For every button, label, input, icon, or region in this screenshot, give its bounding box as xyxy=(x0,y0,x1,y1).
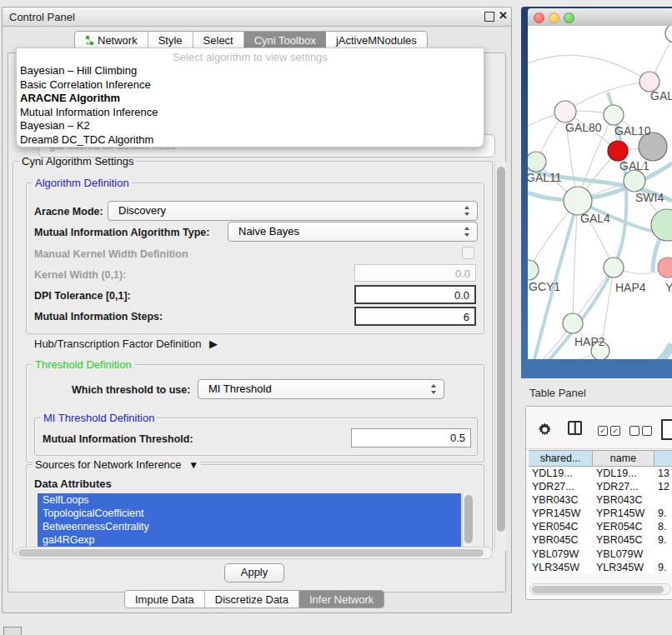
node-label: Y xyxy=(665,281,672,294)
table-row[interactable]: YBL079W YBL079W xyxy=(529,548,672,561)
mi-type-value: Naive Bayes xyxy=(238,225,299,238)
attributes-scrollbar-thumb[interactable] xyxy=(464,495,473,543)
manual-kernel-label: Manual Kernel Width Definition xyxy=(34,248,188,260)
table-panel: ✓✓ shared... name YDL19... YDL19... 13 Y… xyxy=(525,406,672,600)
which-threshold-combo[interactable]: MI Threshold xyxy=(198,379,444,399)
mi-type-label: Mutual Information Algorithm Type: xyxy=(34,227,209,238)
tab-network[interactable]: Network xyxy=(75,32,148,48)
node-label: GAL11 xyxy=(528,171,562,184)
threshold-definition-legend: Threshold Definition xyxy=(33,358,134,371)
tab-cyni-toolbox[interactable]: Cyni Toolbox xyxy=(244,32,326,48)
data-attributes-list[interactable]: SelfLoops TopologicalCoefficient Between… xyxy=(38,493,461,547)
new-table-icon[interactable] xyxy=(661,419,672,440)
settings-hscrollbar[interactable] xyxy=(16,547,493,559)
aracne-mode-combo[interactable]: Discovery xyxy=(108,201,478,221)
combo-spinner-icon xyxy=(431,384,437,394)
settings-scrollbar[interactable] xyxy=(494,162,506,551)
network-canvas[interactable]: GAL GAL80 GAL10 GAL1 GAL11 SWI4 GAL4 GCY… xyxy=(528,26,672,359)
column-header-name[interactable]: name xyxy=(593,451,654,466)
data-attributes-label: Data Attributes xyxy=(34,478,112,490)
node-label: GAL10 xyxy=(614,124,651,138)
which-threshold-label: Which threshold to use: xyxy=(72,384,190,396)
close-traffic-light-icon[interactable] xyxy=(534,12,544,23)
table-row[interactable]: YDR27... YDR27... 12 xyxy=(529,480,672,493)
table-hscrollbar-thumb[interactable] xyxy=(532,586,664,593)
attribute-item-selected[interactable]: TopologicalCoefficient xyxy=(38,507,461,520)
algorithm-definition-legend: Algorithm Definition xyxy=(33,177,132,189)
algorithm-option[interactable]: Bayesian – Hill Climbing xyxy=(17,64,484,78)
mi-steps-field[interactable]: 6 xyxy=(354,307,476,326)
float-window-icon[interactable] xyxy=(484,12,494,22)
manual-kernel-checkbox[interactable] xyxy=(462,247,474,259)
tab-impute-data[interactable]: Impute Data xyxy=(125,591,205,608)
zoom-traffic-light-icon[interactable] xyxy=(564,12,574,23)
table-row[interactable]: YER054C YER054C 8. xyxy=(529,520,672,533)
attribute-item-selected[interactable]: gal4RGexp xyxy=(38,533,461,547)
table-row[interactable]: YDL19... YDL19... 13 xyxy=(529,467,672,480)
dpi-tolerance-label: DPI Tolerance [0,1]: xyxy=(34,290,131,302)
node-label: HAP4 xyxy=(615,281,646,294)
table-row[interactable]: YBR045C YBR045C 9. xyxy=(529,533,672,547)
hub-definition-label: Hub/Transcription Factor Definition xyxy=(34,338,201,350)
algorithm-option-selected[interactable]: ARACNE Algorithm xyxy=(17,92,484,106)
control-panel-title: Control Panel xyxy=(9,11,75,23)
mit-label: Mutual Information Threshold: xyxy=(43,433,193,445)
algorithm-option[interactable]: Dream8 DC_TDC Algorithm xyxy=(17,133,484,148)
tab-style[interactable]: Style xyxy=(148,32,193,48)
network-view-window: GAL GAL80 GAL10 GAL1 GAL11 SWI4 GAL4 GCY… xyxy=(521,7,672,378)
settings-scrollbar-thumb[interactable] xyxy=(497,167,505,532)
hub-definition-toggle[interactable]: Hub/Transcription Factor Definition ▶ xyxy=(34,338,218,350)
select-all-columns-icon[interactable]: ✓✓ xyxy=(598,426,620,436)
network-window-titlebar[interactable] xyxy=(528,8,672,27)
network-icon xyxy=(85,35,94,46)
collapsed-arrow-icon: ▶ xyxy=(209,338,218,350)
algorithm-option[interactable]: Bayesian – K2 xyxy=(17,119,484,133)
algorithm-option[interactable]: Mutual Information Inference xyxy=(17,106,484,120)
attribute-item-selected[interactable]: BetweennessCentrality xyxy=(38,520,461,533)
mi-steps-value: 6 xyxy=(464,311,469,323)
deselect-all-columns-icon[interactable] xyxy=(629,426,652,436)
sources-legend[interactable]: Sources for Network Inference ▼ xyxy=(33,458,201,471)
minimized-panel-icon[interactable] xyxy=(3,627,22,635)
close-icon[interactable]: ✕ xyxy=(499,9,508,22)
algorithm-option[interactable]: Basic Correlation Inference xyxy=(17,78,484,92)
column-header-shared-name[interactable]: shared... xyxy=(529,451,593,466)
columns-icon[interactable] xyxy=(568,421,582,435)
aracne-mode-value: Discovery xyxy=(118,204,166,217)
node-label: GAL xyxy=(650,89,672,102)
tab-jactivemnodules[interactable]: jActiveMNodules xyxy=(326,32,427,48)
gear-icon[interactable] xyxy=(538,422,552,437)
column-header-partial[interactable] xyxy=(654,451,672,466)
attribute-item-selected[interactable]: SelfLoops xyxy=(38,493,461,507)
node-table[interactable]: shared... name YDL19... YDL19... 13 YDR2… xyxy=(529,450,672,573)
dpi-tolerance-field[interactable]: 0.0 xyxy=(354,285,476,304)
table-row[interactable]: YBR043C YBR043C xyxy=(529,493,672,507)
tab-network-label: Network xyxy=(98,34,138,47)
table-header-row: shared... name xyxy=(529,450,672,467)
minimize-traffic-light-icon[interactable] xyxy=(549,12,559,23)
node-label: GAL80 xyxy=(565,121,602,134)
algorithm-placeholder: Select algorithm to view settings xyxy=(17,48,484,64)
table-toolbar: ✓✓ xyxy=(526,407,672,449)
tab-discretize-data[interactable]: Discretize Data xyxy=(205,591,299,608)
tab-select[interactable]: Select xyxy=(193,32,244,48)
apply-button[interactable]: Apply xyxy=(224,563,284,582)
which-threshold-value: MI Threshold xyxy=(208,382,272,395)
tab-infer-network[interactable]: Infer Network xyxy=(299,591,384,608)
settings-hscrollbar-thumb[interactable] xyxy=(18,549,484,557)
mi-steps-label: Mutual Information Steps: xyxy=(34,311,163,322)
table-row[interactable]: YPR145W YPR145W 9. xyxy=(529,507,672,520)
expanded-arrow-icon: ▼ xyxy=(188,459,198,471)
control-panel-tabbar: Network Style Select Cyni Toolbox jActiv… xyxy=(74,31,428,49)
control-panel-titlebar: Control Panel ✕ xyxy=(3,8,511,27)
combo-spinner-icon xyxy=(464,227,470,237)
table-hscrollbar[interactable] xyxy=(529,583,671,595)
mi-type-combo[interactable]: Naive Bayes xyxy=(228,222,478,242)
kernel-width-label: Kernel Width (0,1): xyxy=(34,269,126,281)
attributes-scrollbar[interactable] xyxy=(462,493,474,547)
kernel-width-field[interactable]: 0.0 xyxy=(354,264,476,282)
mit-field[interactable]: 0.5 xyxy=(351,428,471,448)
table-row[interactable]: YLR345W YLR345W 9. xyxy=(529,561,672,573)
mi-threshold-legend: MI Threshold Definition xyxy=(41,412,157,424)
screen: Control Panel ✕ Network Style Sel xyxy=(0,0,672,635)
